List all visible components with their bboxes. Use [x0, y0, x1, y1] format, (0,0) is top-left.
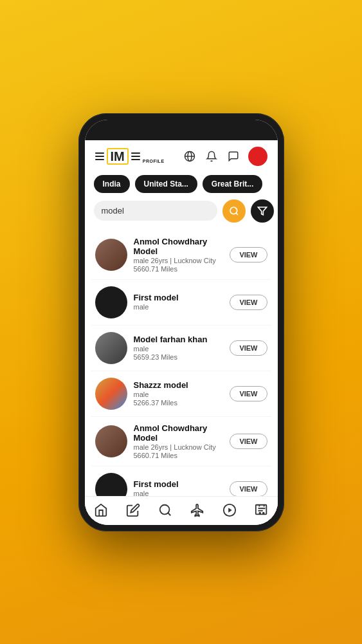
- svg-line-7: [168, 513, 170, 515]
- list-item: Anmol Chowdhary Model male 26yrs | Luckn…: [91, 417, 271, 466]
- svg-point-11: [259, 512, 260, 513]
- view-button[interactable]: VIEW: [230, 386, 267, 401]
- message-icon[interactable]: [226, 149, 240, 163]
- avatar: [95, 378, 127, 410]
- edit-icon: [126, 503, 140, 517]
- avatar: [95, 239, 127, 271]
- view-button[interactable]: VIEW: [230, 481, 267, 496]
- result-meta: male: [134, 345, 224, 353]
- avatar: [95, 425, 127, 457]
- logo-text: IM: [107, 148, 129, 165]
- svg-marker-9: [228, 508, 232, 512]
- tab-united-states[interactable]: United Sta...: [135, 175, 197, 193]
- result-name: First model: [134, 479, 224, 489]
- result-distance: 5659.23 Miles: [134, 353, 224, 361]
- result-meta: male: [134, 490, 224, 496]
- tab-india[interactable]: India: [94, 175, 130, 193]
- svg-marker-5: [258, 207, 266, 215]
- country-tabs: India United Sta... Great Brit...: [85, 171, 278, 199]
- search-input-wrap: [94, 201, 217, 221]
- search-icon: [229, 206, 239, 216]
- nav-cart[interactable]: [248, 502, 275, 519]
- phone-screen: IM PROFILE: [85, 120, 278, 525]
- cart-icon: [255, 503, 269, 517]
- notch: [146, 124, 217, 138]
- view-button[interactable]: VIEW: [230, 434, 267, 449]
- screen-content: IM PROFILE: [85, 140, 278, 525]
- result-info: First model male: [134, 293, 224, 311]
- filter-button[interactable]: [251, 199, 274, 223]
- phone-frame: IM PROFILE: [78, 113, 284, 531]
- list-item: Model farhan khan male 5659.23 Miles VIE…: [91, 326, 271, 371]
- globe-icon[interactable]: [183, 149, 197, 163]
- result-meta: male 26yrs | Lucknow City: [134, 443, 224, 451]
- plane-icon: [190, 503, 204, 517]
- result-info: Anmol Chowdhary Model male 26yrs | Luckn…: [134, 237, 224, 273]
- svg-point-3: [230, 207, 237, 214]
- logo-lines-right: [131, 152, 140, 160]
- result-name: Anmol Chowdhary Model: [134, 237, 224, 256]
- tab-great-britain[interactable]: Great Brit...: [203, 175, 262, 193]
- result-meta: male: [134, 303, 224, 311]
- user-avatar[interactable]: [248, 147, 267, 166]
- nav-search[interactable]: [152, 502, 179, 519]
- search-button[interactable]: [222, 199, 246, 223]
- result-info: Model farhan khan male 5659.23 Miles: [134, 335, 224, 361]
- result-distance: 5266.37 Miles: [134, 399, 224, 407]
- result-name: Model farhan khan: [134, 335, 224, 344]
- result-name: Anmol Chowdhary Model: [134, 423, 224, 443]
- filter-icon: [257, 206, 267, 216]
- list-item: Shazzz model male 5266.37 Miles VIEW: [91, 371, 271, 417]
- search-area: [85, 199, 278, 230]
- logo-lines-left: [95, 152, 104, 160]
- list-item: Anmol Chowdhary Model male 26yrs | Luckn…: [91, 230, 271, 280]
- svg-line-4: [236, 213, 238, 215]
- nav-home[interactable]: [87, 502, 114, 519]
- avatar: [95, 473, 127, 496]
- header: IM PROFILE: [85, 140, 278, 171]
- nav-edit[interactable]: [120, 502, 147, 519]
- play-icon: [222, 503, 237, 517]
- list-item: First model male VIEW: [91, 466, 271, 496]
- search-nav-icon: [158, 503, 172, 517]
- result-distance: 5660.71 Miles: [134, 265, 224, 273]
- avatar: [95, 286, 127, 318]
- search-input[interactable]: [102, 206, 210, 216]
- result-info: First model male: [134, 479, 224, 496]
- logo: IM PROFILE: [95, 148, 165, 165]
- bottom-nav: [85, 496, 278, 525]
- bell-icon[interactable]: [204, 149, 219, 163]
- result-name: Shazzz model: [134, 380, 224, 390]
- result-name: First model: [134, 293, 224, 302]
- result-distance: 5660.71 Miles: [134, 452, 224, 459]
- logo-sub: PROFILE: [143, 159, 165, 163]
- view-button[interactable]: VIEW: [230, 340, 267, 356]
- result-info: Anmol Chowdhary Model male 26yrs | Luckn…: [134, 423, 224, 459]
- home-icon: [94, 503, 108, 517]
- avatar: [95, 332, 127, 364]
- svg-rect-10: [255, 504, 266, 514]
- results-list: Anmol Chowdhary Model male 26yrs | Luckn…: [85, 230, 278, 496]
- result-info: Shazzz model male 5266.37 Miles: [134, 380, 224, 407]
- list-item: First model male VIEW: [91, 280, 271, 326]
- nav-travel[interactable]: [184, 502, 211, 519]
- svg-point-6: [159, 504, 169, 514]
- header-icons: [183, 147, 267, 166]
- result-meta: male: [134, 391, 224, 398]
- svg-point-12: [262, 512, 264, 513]
- view-button[interactable]: VIEW: [230, 247, 267, 262]
- view-button[interactable]: VIEW: [230, 295, 267, 310]
- nav-play[interactable]: [216, 502, 243, 519]
- notch-area: [85, 120, 278, 140]
- result-meta: male 26yrs | Lucknow City: [134, 257, 224, 264]
